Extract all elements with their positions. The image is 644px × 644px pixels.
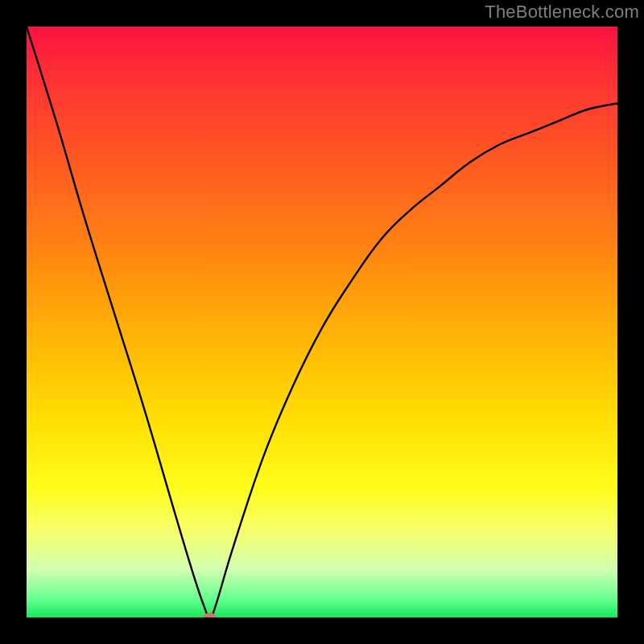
chart-container: TheBottleneck.com — [0, 0, 644, 644]
minimum-marker — [204, 613, 217, 617]
watermark-text: TheBottleneck.com — [485, 2, 639, 23]
plot-area — [27, 27, 617, 617]
curve-layer — [27, 27, 617, 617]
bottleneck-curve — [27, 27, 617, 617]
